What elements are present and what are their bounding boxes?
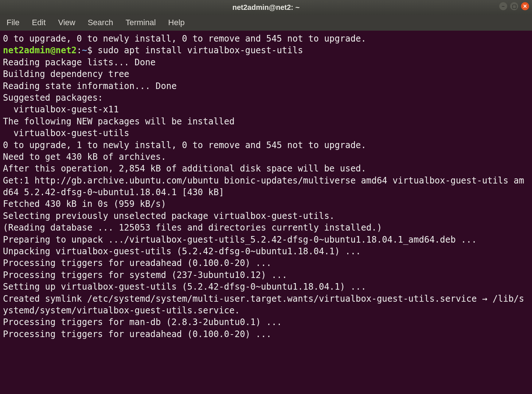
- output-line: virtualbox-guest-utils: [3, 128, 129, 138]
- output-line: Setting up virtualbox-guest-utils (5.2.4…: [3, 282, 366, 292]
- terminal-output[interactable]: 0 to upgrade, 0 to newly install, 0 to r…: [0, 31, 532, 394]
- minimize-icon: –: [502, 3, 505, 9]
- output-line: After this operation, 2,854 kB of additi…: [3, 163, 366, 174]
- maximize-icon: ▢: [512, 3, 517, 9]
- output-line: Processing triggers for systemd (237-3ub…: [3, 270, 287, 280]
- output-line: Suggested packages:: [3, 93, 103, 103]
- close-icon: ✕: [523, 3, 527, 9]
- output-line: Get:1 http://gb.archive.ubuntu.com/ubunt…: [3, 175, 524, 197]
- output-line: Reading state information... Done: [3, 81, 177, 91]
- terminal-window: net2admin@net2: ~ – ▢ ✕ File Edit View S…: [0, 0, 532, 394]
- maximize-button[interactable]: ▢: [510, 2, 518, 10]
- output-line: Created symlink /etc/systemd/system/mult…: [3, 294, 524, 316]
- output-line: Processing triggers for ureadahead (0.10…: [3, 258, 271, 268]
- window-controls: – ▢ ✕: [499, 2, 529, 10]
- output-line: Processing triggers for ureadahead (0.10…: [3, 329, 271, 339]
- output-line: 0 to upgrade, 1 to newly install, 0 to r…: [3, 140, 366, 150]
- prompt-colon: :: [77, 45, 82, 55]
- window-title: net2admin@net2: ~: [232, 3, 300, 12]
- prompt-user-host: net2admin@net2: [3, 45, 77, 55]
- entered-command: sudo apt install virtualbox-guest-utils: [98, 45, 303, 55]
- output-line: Preparing to unpack .../virtualbox-guest…: [3, 235, 477, 245]
- prompt-symbol: $: [87, 45, 92, 55]
- menu-search[interactable]: Search: [86, 16, 116, 29]
- window-titlebar: net2admin@net2: ~ – ▢ ✕: [0, 0, 532, 15]
- output-line: Building dependency tree: [3, 69, 129, 79]
- output-line: Need to get 430 kB of archives.: [3, 152, 166, 162]
- output-line: Reading package lists... Done: [3, 57, 156, 67]
- output-line: Processing triggers for man-db (2.8.3-2u…: [3, 317, 282, 327]
- menubar: File Edit View Search Terminal Help: [0, 15, 532, 31]
- minimize-button[interactable]: –: [499, 2, 507, 10]
- output-line: Unpacking virtualbox-guest-utils (5.2.42…: [3, 246, 361, 256]
- close-button[interactable]: ✕: [521, 2, 529, 10]
- menu-edit[interactable]: Edit: [30, 16, 48, 29]
- output-line: virtualbox-guest-x11: [3, 104, 119, 115]
- menu-file[interactable]: File: [4, 16, 21, 29]
- menu-view[interactable]: View: [56, 16, 77, 29]
- output-line: (Reading database ... 125053 files and d…: [3, 223, 382, 233]
- menu-terminal[interactable]: Terminal: [123, 16, 158, 29]
- output-line: The following NEW packages will be insta…: [3, 116, 235, 127]
- output-line: Fetched 430 kB in 0s (959 kB/s): [3, 199, 166, 209]
- prompt-path: ~: [82, 45, 87, 55]
- output-line: 0 to upgrade, 0 to newly install, 0 to r…: [3, 34, 366, 44]
- menu-help[interactable]: Help: [166, 16, 187, 29]
- output-line: Selecting previously unselected package …: [3, 211, 335, 221]
